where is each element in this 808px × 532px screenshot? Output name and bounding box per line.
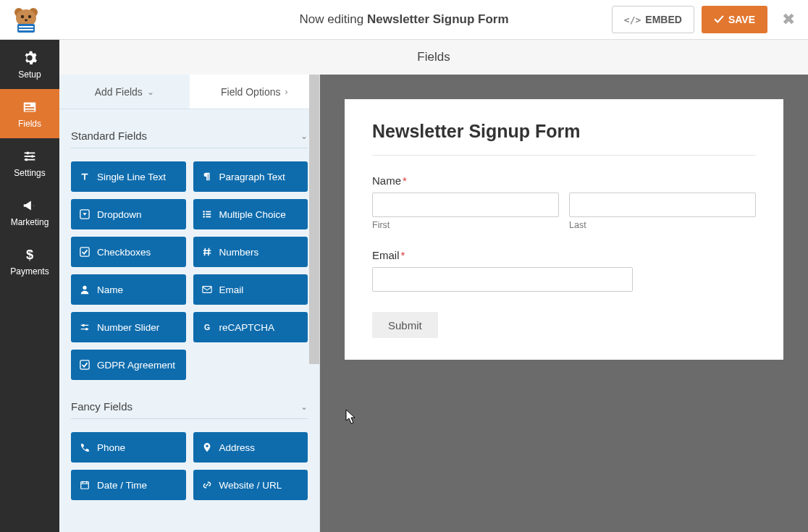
svg-rect-12 [25, 109, 35, 111]
check-square-icon [80, 247, 90, 257]
editing-label: Now editing Newsletter Signup Form [299, 12, 508, 27]
field-dropdown[interactable]: Dropdown [71, 199, 186, 229]
top-bar: Now editing Newsletter Signup Form </> E… [0, 0, 808, 40]
field-phone[interactable]: Phone [71, 432, 186, 463]
form-title: Newsletter Signup Form [372, 121, 756, 156]
list-ul-icon [202, 209, 212, 219]
chevron-down-icon: ⌄ [300, 402, 308, 412]
field-multiple-choice[interactable]: Multiple Choice [193, 199, 308, 229]
check-square-icon [80, 360, 90, 370]
phone-icon [80, 442, 90, 452]
field-recaptcha[interactable]: G reCAPTCHA [193, 312, 308, 342]
field-website-url[interactable]: Website / URL [193, 470, 308, 500]
svg-point-14 [31, 155, 34, 158]
map-marker-icon [202, 442, 212, 452]
user-icon [80, 284, 90, 295]
svg-rect-6 [17, 24, 35, 33]
svg-rect-11 [25, 107, 35, 109]
svg-rect-19 [206, 211, 211, 213]
paragraph-icon [202, 172, 212, 182]
bullhorn-icon [22, 198, 38, 214]
subheader-title: Fields [417, 50, 450, 64]
svg-rect-23 [206, 216, 211, 218]
svg-point-3 [21, 15, 24, 18]
hashtag-icon [202, 247, 212, 257]
nav-payments[interactable]: $ Payments [0, 237, 59, 286]
svg-text:$: $ [26, 247, 33, 262]
app-logo [10, 5, 42, 34]
name-field-label: Name* [372, 174, 756, 187]
submit-button[interactable]: Submit [372, 312, 438, 338]
subheader: Fields [59, 40, 808, 75]
sliders-icon [22, 148, 38, 164]
field-single-line-text[interactable]: Single Line Text [71, 161, 186, 192]
caret-square-icon [80, 209, 90, 219]
tab-field-options[interactable]: Field Options › [190, 75, 320, 109]
nav-settings[interactable]: Settings [0, 138, 59, 187]
field-number-slider[interactable]: Number Slider [71, 312, 186, 342]
svg-point-20 [203, 214, 205, 216]
link-icon [202, 480, 212, 490]
left-nav: Setup Fields Settings Marketing $ Paymen… [0, 40, 59, 532]
code-icon: </> [624, 14, 641, 25]
embed-button[interactable]: </> EMBED [612, 6, 694, 33]
svg-point-18 [203, 211, 205, 213]
form-preview-area: Newsletter Signup Form Name* First Last … [320, 75, 808, 532]
svg-point-25 [83, 286, 86, 290]
form-fields-icon [22, 99, 38, 115]
nav-setup[interactable]: Setup [0, 40, 59, 89]
svg-text:G: G [203, 323, 209, 332]
svg-rect-31 [81, 482, 89, 489]
field-address[interactable]: Address [193, 432, 308, 463]
nav-fields[interactable]: Fields [0, 89, 59, 138]
section-standard-fields[interactable]: Standard Fields ⌄ [71, 109, 308, 148]
svg-rect-26 [202, 287, 211, 293]
email-field-label: Email* [372, 249, 756, 261]
svg-point-5 [25, 20, 28, 22]
first-name-input[interactable] [372, 193, 559, 217]
field-name[interactable]: Name [71, 274, 186, 305]
bear-logo-icon [10, 5, 42, 34]
panel-scroll[interactable]: Standard Fields ⌄ Single Line Text Parag… [59, 109, 319, 532]
svg-point-4 [28, 15, 31, 18]
svg-rect-10 [25, 104, 30, 106]
svg-rect-30 [80, 360, 89, 369]
field-email[interactable]: Email [193, 274, 308, 305]
text-icon [80, 172, 90, 182]
section-fancy-fields[interactable]: Fancy Fields ⌄ [71, 380, 308, 419]
dollar-icon: $ [22, 247, 38, 263]
svg-rect-24 [80, 248, 89, 256]
close-icon[interactable]: ✖ [779, 10, 798, 29]
svg-point-28 [85, 328, 88, 331]
field-paragraph-text[interactable]: Paragraph Text [193, 161, 308, 192]
field-checkboxes[interactable]: Checkboxes [71, 237, 186, 267]
calendar-icon [80, 480, 90, 490]
svg-point-27 [83, 324, 85, 327]
chevron-right-icon: › [285, 87, 287, 97]
svg-point-15 [25, 158, 28, 161]
field-gdpr-agreement[interactable]: GDPR Agreement [71, 350, 186, 380]
panel-tabs: Add Fields ⌄ Field Options › [59, 75, 319, 109]
svg-point-13 [26, 151, 29, 154]
fields-panel: Add Fields ⌄ Field Options › Standard Fi… [59, 75, 320, 532]
last-name-sublabel: Last [569, 220, 756, 230]
form-preview-card: Newsletter Signup Form Name* First Last … [345, 99, 783, 360]
chevron-down-icon: ⌄ [147, 87, 154, 97]
field-date-time[interactable]: Date / Time [71, 470, 186, 500]
svg-rect-21 [206, 214, 211, 215]
first-name-sublabel: First [372, 220, 559, 230]
nav-marketing[interactable]: Marketing [0, 187, 59, 237]
check-icon [714, 14, 724, 25]
svg-rect-8 [19, 29, 33, 30]
email-input[interactable] [372, 267, 633, 292]
envelope-icon [202, 284, 212, 295]
field-numbers[interactable]: Numbers [193, 237, 308, 267]
svg-rect-7 [19, 26, 33, 28]
sliders-h-icon [80, 322, 90, 332]
last-name-input[interactable] [569, 193, 756, 217]
tab-add-fields[interactable]: Add Fields ⌄ [59, 75, 190, 109]
save-button[interactable]: SAVE [702, 6, 767, 33]
chevron-down-icon: ⌄ [300, 131, 308, 141]
google-g-icon: G [202, 322, 212, 332]
svg-point-22 [203, 216, 205, 218]
